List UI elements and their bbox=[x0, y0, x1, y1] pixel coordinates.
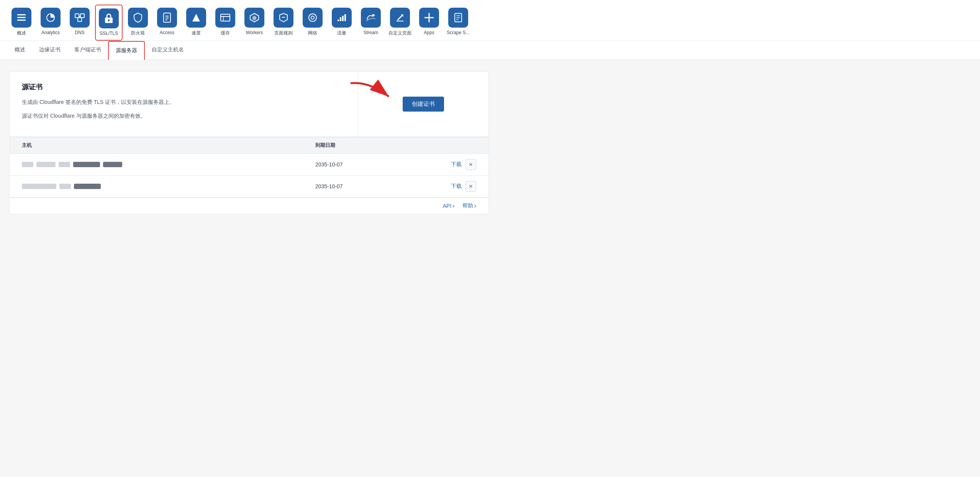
svg-rect-6 bbox=[78, 18, 82, 21]
svg-point-11 bbox=[108, 20, 110, 21]
nav-icon-box-page-rules bbox=[274, 8, 293, 28]
svg-rect-4 bbox=[75, 14, 79, 18]
blur-host-2a bbox=[22, 184, 56, 189]
svg-rect-23 bbox=[338, 20, 339, 21]
nav-icon-box-firewall bbox=[128, 8, 148, 28]
nav-icon-label-custom-pages: 自定义页面 bbox=[388, 30, 411, 36]
nav-icon-scrape-shield[interactable]: Scrape S... bbox=[444, 5, 472, 41]
nav-icon-firewall[interactable]: 防火墙 bbox=[124, 5, 152, 41]
main-content: 源证书 生成由 Cloudflare 签名的免费 TLS 证书，以安装在源服务器… bbox=[0, 60, 498, 226]
svg-marker-16 bbox=[192, 14, 200, 21]
nav-icon-page-rules[interactable]: 页面规则 bbox=[270, 5, 297, 41]
nav-icon-analytics[interactable]: Analytics bbox=[37, 5, 64, 41]
svg-rect-1 bbox=[17, 17, 26, 18]
svg-rect-26 bbox=[344, 14, 346, 21]
expiry-cell-row1: 2035-10-07 bbox=[315, 161, 415, 168]
nav-icon-workers[interactable]: Workers bbox=[241, 5, 268, 41]
blur-host-1d bbox=[73, 162, 100, 167]
table-row: 2035-10-07 下载 ✕ bbox=[10, 176, 488, 197]
blur-host-1a bbox=[22, 162, 33, 167]
nav-icon-box-ssl-tls bbox=[99, 8, 119, 28]
blur-host-1b bbox=[36, 162, 56, 167]
table-header: 主机 到期日期 bbox=[10, 137, 488, 154]
nav-icon-label-cache: 缓存 bbox=[221, 30, 230, 36]
nav-icon-label-ssl-tls: SSL/TLS bbox=[100, 31, 118, 36]
create-cert-button[interactable]: 创建证书 bbox=[403, 97, 444, 112]
nav-icon-label-page-rules: 页面规则 bbox=[274, 30, 293, 36]
nav-icon-box-traffic bbox=[332, 8, 352, 28]
info-card-title: 源证书 bbox=[22, 82, 346, 92]
nav-icon-speed[interactable]: 速度 bbox=[182, 5, 210, 41]
sub-nav-item-client-certs[interactable]: 客户端证书 bbox=[67, 41, 108, 59]
nav-icon-label-traffic: 流量 bbox=[337, 30, 346, 36]
sub-nav-item-edge-certs[interactable]: 边缘证书 bbox=[32, 41, 67, 59]
nav-icon-network[interactable]: 网络 bbox=[299, 5, 326, 41]
help-link[interactable]: 帮助 bbox=[462, 202, 476, 209]
svg-point-22 bbox=[311, 16, 314, 19]
svg-point-27 bbox=[372, 14, 374, 16]
nav-icon-label-stream: Stream bbox=[364, 30, 379, 35]
nav-icon-box-dns bbox=[70, 8, 90, 28]
nav-icon-stream[interactable]: Stream bbox=[357, 5, 385, 41]
nav-icon-label-workers: Workers bbox=[246, 30, 263, 35]
nav-icon-access[interactable]: Access bbox=[153, 5, 181, 41]
nav-icon-box-speed bbox=[186, 8, 206, 28]
sub-navigation: 概述边缘证书客户端证书源服务器自定义主机名 bbox=[0, 41, 980, 60]
sub-nav-item-custom-hostname[interactable]: 自定义主机名 bbox=[145, 41, 191, 59]
info-card-desc2: 源证书仅对 Cloudflare 与源服务器之间的加密有效。 bbox=[22, 112, 346, 120]
nav-icon-box-apps bbox=[419, 8, 439, 28]
nav-icon-apps[interactable]: Apps bbox=[415, 5, 443, 41]
certificates-table: 主机 到期日期 2035-10-07 下载 ✕ bbox=[9, 137, 489, 214]
nav-icon-box-network bbox=[303, 8, 323, 28]
nav-icon-cache[interactable]: 缓存 bbox=[211, 5, 239, 41]
sub-nav-item-overview[interactable]: 概述 bbox=[8, 41, 32, 59]
nav-icon-box-stream bbox=[361, 8, 381, 28]
sub-nav-item-origin-server[interactable]: 源服务器 bbox=[108, 41, 145, 60]
nav-icon-custom-pages[interactable]: 自定义页面 bbox=[386, 5, 414, 41]
svg-rect-2 bbox=[17, 20, 26, 21]
svg-point-21 bbox=[309, 14, 316, 21]
host-cell-row1 bbox=[22, 162, 315, 167]
table-footer: API 帮助 bbox=[10, 197, 488, 214]
nav-icon-traffic[interactable]: 流量 bbox=[328, 5, 356, 41]
host-cell-row2 bbox=[22, 184, 315, 189]
nav-icon-label-access: Access bbox=[160, 30, 175, 35]
nav-icon-box-workers bbox=[244, 8, 264, 28]
download-link-row1[interactable]: 下载 bbox=[451, 161, 462, 168]
delete-button-row2[interactable]: ✕ bbox=[465, 181, 476, 192]
download-link-row2[interactable]: 下载 bbox=[451, 183, 462, 190]
nav-icon-label-network: 网络 bbox=[308, 30, 317, 36]
nav-icon-box-overview bbox=[11, 8, 31, 28]
col-actions-header bbox=[415, 142, 476, 149]
delete-button-row1[interactable]: ✕ bbox=[465, 159, 476, 170]
table-row: 2035-10-07 下载 ✕ bbox=[10, 154, 488, 176]
nav-icon-label-dns: DNS bbox=[75, 30, 84, 35]
nav-icon-label-speed: 速度 bbox=[192, 30, 201, 36]
nav-icon-dns[interactable]: DNS bbox=[66, 5, 93, 41]
nav-icons-list: 概述AnalyticsDNS SSL/TLS防火墙Access速度缓存Worke… bbox=[8, 5, 972, 41]
nav-icon-label-overview: 概述 bbox=[17, 30, 26, 36]
nav-icon-overview[interactable]: 概述 bbox=[8, 5, 35, 41]
nav-icon-label-scrape-shield: Scrape S... bbox=[447, 30, 469, 35]
nav-icon-ssl-tls[interactable]: SSL/TLS bbox=[95, 5, 123, 41]
nav-icon-label-firewall: 防火墙 bbox=[131, 30, 145, 36]
nav-icon-label-apps: Apps bbox=[424, 30, 434, 35]
blur-host-1e bbox=[103, 162, 122, 167]
arrow-graphic bbox=[347, 79, 408, 106]
col-host-header: 主机 bbox=[22, 142, 315, 149]
expiry-cell-row2: 2035-10-07 bbox=[315, 183, 415, 189]
info-card: 源证书 生成由 Cloudflare 签名的免费 TLS 证书，以安装在源服务器… bbox=[9, 71, 489, 137]
svg-rect-5 bbox=[80, 14, 84, 18]
nav-icon-box-custom-pages bbox=[390, 8, 410, 28]
svg-rect-17 bbox=[221, 14, 230, 21]
info-card-left: 源证书 生成由 Cloudflare 签名的免费 TLS 证书，以安装在源服务器… bbox=[10, 72, 358, 137]
api-link[interactable]: API bbox=[443, 202, 455, 209]
col-expiry-header: 到期日期 bbox=[315, 142, 415, 149]
actions-cell-row1: 下载 ✕ bbox=[415, 159, 476, 170]
actions-cell-row2: 下载 ✕ bbox=[415, 181, 476, 192]
svg-rect-25 bbox=[342, 16, 344, 21]
info-card-desc1: 生成由 Cloudflare 签名的免费 TLS 证书，以安装在源服务器上。 bbox=[22, 98, 346, 106]
nav-icon-box-cache bbox=[215, 8, 235, 28]
svg-rect-24 bbox=[340, 17, 341, 21]
nav-icon-box-scrape-shield bbox=[448, 8, 468, 28]
